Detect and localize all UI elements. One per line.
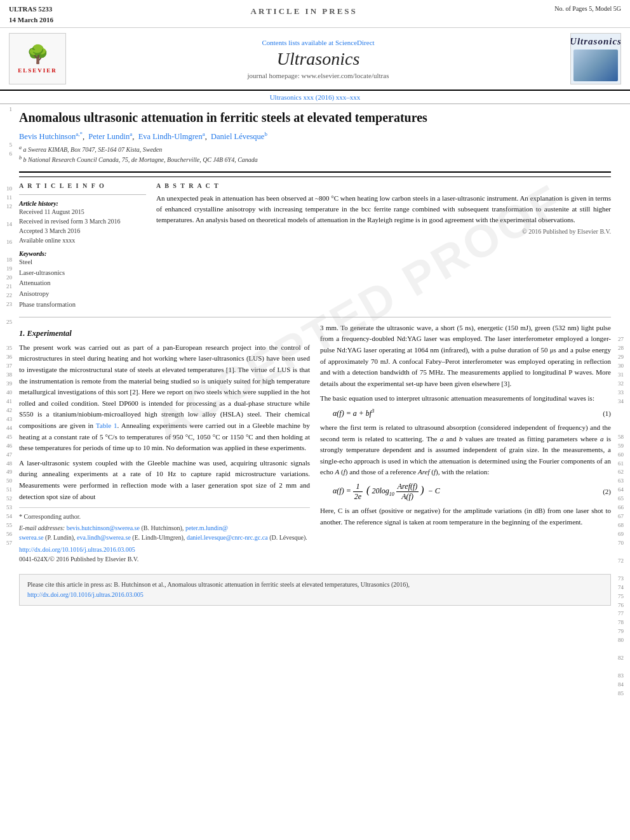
rn-blank15 xyxy=(618,229,630,238)
rn-62: 62 xyxy=(618,468,630,477)
rn-blank22 xyxy=(618,291,630,300)
ln-7 xyxy=(0,159,12,168)
rn-blank17 xyxy=(618,247,630,256)
rn-blank4 xyxy=(618,132,630,141)
rn-blank8 xyxy=(618,168,630,177)
rn-blank25 xyxy=(618,318,630,327)
rn-blank5 xyxy=(618,141,630,150)
ln-14: 14 xyxy=(0,220,12,229)
ln-11: 11 xyxy=(0,194,12,203)
ln-35: 35 xyxy=(0,344,12,353)
keyword-4: Anisotropy xyxy=(19,289,146,300)
ln-38: 38 xyxy=(0,371,12,380)
ln-42: 42 xyxy=(0,406,12,415)
doi-link[interactable]: http://dx.doi.org/10.1016/j.ultras.2016.… xyxy=(19,546,135,553)
top-header: ULTRAS 5233 14 March 2016 ARTICLE IN PRE… xyxy=(0,0,630,28)
citation-line: Ultrasonics xxx (2016) xxx–xxx xyxy=(0,91,630,104)
article-info-abstract: A R T I C L E I N F O Article history: R… xyxy=(19,177,611,310)
body-right-para-2: The basic equation used to interpret ult… xyxy=(320,393,611,404)
email-levesque[interactable]: daniel.levesque@cnrc-nrc.gc.ca xyxy=(187,534,268,541)
rn-blank70 xyxy=(618,548,630,557)
body-para-2: A laser-ultrasonic system coupled with t… xyxy=(19,458,310,502)
authors-line: Bevis Hutchinsona,*, Peter Lundina, Eva … xyxy=(19,131,611,142)
section-1-heading: 1. Experimental xyxy=(19,329,310,338)
rn-blank6 xyxy=(618,150,630,159)
body-two-col: 1. Experimental The present work was car… xyxy=(19,323,611,564)
rn-77: 77 xyxy=(618,610,630,618)
email-lindh[interactable]: eva.lindh@swerea.se xyxy=(77,534,131,541)
ln-5: 5 xyxy=(0,141,12,150)
equation-1-text: α(f) = a + bf3 xyxy=(320,408,598,418)
keywords-label: Keywords: xyxy=(19,250,146,257)
main-content: Anomalous ultrasonic attenuation in ferr… xyxy=(14,104,616,698)
online-date: Available online xxxx xyxy=(19,236,146,245)
content-area: 1 5 6 10 11 12 14 16 18 19 20 21 22 23 xyxy=(0,104,630,698)
rn-blank35 xyxy=(618,406,630,415)
rn-70: 70 xyxy=(618,539,630,548)
footer-doi-link[interactable]: http://dx.doi.org/10.1016/j.ultras.2016.… xyxy=(27,591,144,598)
citation-text: Ultrasonics xxx (2016) xxx–xxx xyxy=(270,93,361,101)
rn-blank19 xyxy=(618,265,630,274)
rn-blank7 xyxy=(618,159,630,168)
rn-blank9 xyxy=(618,177,630,185)
rn-blank10 xyxy=(618,185,630,194)
rn-29: 29 xyxy=(618,353,630,362)
keyword-3: Attenuation xyxy=(19,278,146,289)
rn-66: 66 xyxy=(618,503,630,512)
page-info: No. of Pages 5, Model 5G xyxy=(554,4,621,13)
equation-2-num: (2) xyxy=(603,488,611,495)
divider-info xyxy=(19,194,146,195)
rn-65: 65 xyxy=(618,495,630,503)
rn-blank20 xyxy=(618,274,630,283)
footnote-emails: E-mail addresses: bevis.hutchinson@swere… xyxy=(19,523,310,542)
email-hutchinson[interactable]: bevis.hutchinson@swerea.se xyxy=(67,524,140,531)
journal-logo-right: Ultrasonics xyxy=(570,33,621,84)
sciencedirect-link[interactable]: ScienceDirect xyxy=(335,39,375,46)
ln-9 xyxy=(0,177,12,185)
rn-75: 75 xyxy=(618,592,630,601)
rn-63: 63 xyxy=(618,477,630,486)
rn-blank16 xyxy=(618,238,630,247)
rn-blank37 xyxy=(618,424,630,433)
journal-title: Ultrasonics xyxy=(277,49,360,69)
body-right-para-3: where the first term is related to ultra… xyxy=(320,422,611,478)
keyword-5: Phase transformation xyxy=(19,300,146,310)
line-numbers-right: 27 28 29 30 31 32 33 34 58 59 60 61 62 6… xyxy=(616,104,630,698)
email-lundin[interactable]: peter.m.lundin@ xyxy=(185,524,228,531)
ln-2 xyxy=(0,114,12,123)
ln-43: 43 xyxy=(0,415,12,424)
sciencedirect-text: Contents lists available at ScienceDirec… xyxy=(262,39,374,46)
author-1: Bevis Hutchinson xyxy=(19,132,76,141)
rn-blank72 xyxy=(618,566,630,575)
rn-78: 78 xyxy=(618,618,630,627)
line-numbers-left: 1 5 6 10 11 12 14 16 18 19 20 21 22 23 xyxy=(0,104,14,698)
ln-6: 6 xyxy=(0,150,12,159)
footer-citation-note: Please cite this article in press as: B.… xyxy=(19,574,611,606)
journal-id-block: ULTRAS 5233 14 March 2016 xyxy=(9,4,53,25)
rn-blank24 xyxy=(618,309,630,318)
elsevier-wordmark: ELSEVIER xyxy=(18,67,57,74)
ln-49: 49 xyxy=(0,468,12,477)
revised-date: Received in revised form 3 March 2016 xyxy=(19,217,146,226)
publication-date: 14 March 2016 xyxy=(9,15,53,25)
ln-44: 44 xyxy=(0,424,12,433)
ln-blank1 xyxy=(0,326,12,335)
rn-blank18 xyxy=(618,256,630,265)
table-1-ref: Table 1 xyxy=(96,422,117,429)
footer-text-static: Please cite this article in press as: B.… xyxy=(27,581,410,588)
abstract-text: An unexpected peak in attenuation has be… xyxy=(156,193,611,225)
ln-12: 12 xyxy=(0,203,12,211)
footnote-corresponding: * Corresponding author. xyxy=(19,512,310,521)
rn-blank36 xyxy=(618,415,630,424)
affiliation-b: b b National Research Council Canada, 75… xyxy=(19,154,611,164)
ln-3 xyxy=(0,123,12,132)
rn-blank2 xyxy=(618,114,630,123)
email-lundin2[interactable]: swerea.se xyxy=(19,534,44,541)
rn-83: 83 xyxy=(618,672,630,681)
rn-72: 72 xyxy=(618,557,630,566)
rn-74: 74 xyxy=(618,583,630,592)
rn-blank21 xyxy=(618,283,630,291)
rn-61: 61 xyxy=(618,460,630,469)
rn-blank3 xyxy=(618,123,630,132)
journal-id: ULTRAS 5233 xyxy=(9,4,53,15)
